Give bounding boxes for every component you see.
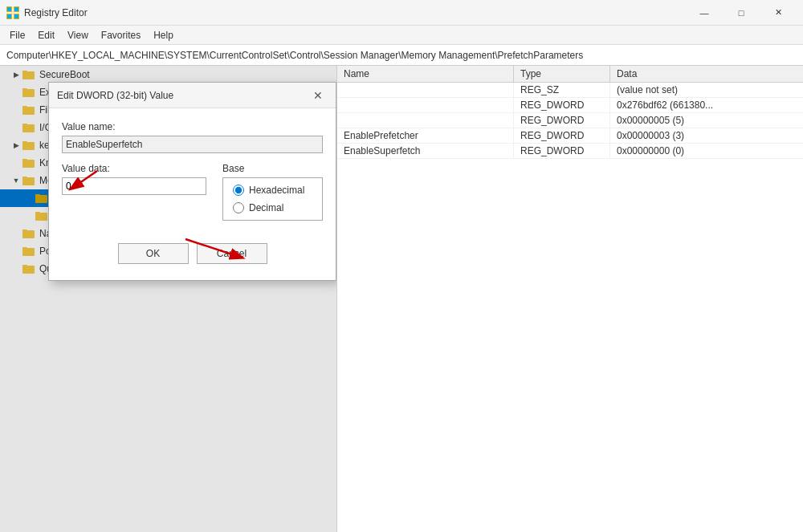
edit-dword-dialog: Edit DWORD (32-bit) Value ✕ Value name: … bbox=[48, 82, 336, 281]
radio-hexadecimal[interactable]: Hexadecimal bbox=[233, 185, 312, 196]
dialog-close-button[interactable]: ✕ bbox=[308, 86, 328, 105]
svg-rect-5 bbox=[14, 7, 18, 11]
base-label: Base bbox=[222, 163, 323, 174]
window-controls: — □ ✕ bbox=[686, 0, 797, 26]
address-path: Computer\HKEY_LOCAL_MACHINE\SYSTEM\Curre… bbox=[6, 50, 583, 61]
value-name-0 bbox=[337, 83, 514, 97]
value-row-3[interactable]: EnablePrefetcher REG_DWORD 0x00000003 (3… bbox=[337, 128, 803, 144]
base-col: Base Hexadecimal Decimal bbox=[222, 163, 323, 221]
radio-dec-input[interactable] bbox=[233, 202, 244, 213]
values-panel: Name Type Data REG_SZ (value not set) RE… bbox=[337, 66, 803, 532]
radio-dec-label: Decimal bbox=[249, 202, 283, 213]
menu-help[interactable]: Help bbox=[147, 26, 180, 44]
value-data-2: 0x00000005 (5) bbox=[610, 113, 803, 128]
menu-favorites[interactable]: Favorites bbox=[95, 26, 147, 44]
tree-panel: ▶ SecureBoot Executive FileRenameOperati… bbox=[0, 66, 337, 532]
close-button[interactable]: ✕ bbox=[760, 0, 797, 26]
ok-button[interactable]: OK bbox=[118, 243, 189, 264]
radio-hex-label: Hexadecimal bbox=[249, 185, 304, 196]
window-title: Registry Editor bbox=[24, 7, 88, 18]
main-content: ▶ SecureBoot Executive FileRenameOperati… bbox=[0, 66, 803, 532]
header-name: Name bbox=[337, 66, 514, 82]
title-bar: Registry Editor — □ ✕ bbox=[0, 0, 803, 26]
dialog-row: Value data: Base Hexadecimal bbox=[62, 163, 323, 221]
menu-file[interactable]: File bbox=[3, 26, 31, 44]
menu-view[interactable]: View bbox=[61, 26, 95, 44]
header-type: Type bbox=[514, 66, 610, 82]
value-data-input[interactable] bbox=[62, 177, 206, 195]
value-name-input[interactable] bbox=[62, 136, 323, 153]
radio-hex-input[interactable] bbox=[233, 185, 244, 196]
value-name-1 bbox=[337, 98, 514, 112]
value-data-label: Value data: bbox=[62, 163, 206, 174]
address-bar: Computer\HKEY_LOCAL_MACHINE\SYSTEM\Curre… bbox=[0, 45, 803, 66]
value-row-4[interactable]: EnableSuperfetch REG_DWORD 0x00000000 (0… bbox=[337, 144, 803, 159]
value-type-2: REG_DWORD bbox=[514, 113, 610, 128]
minimize-button[interactable]: — bbox=[686, 0, 723, 26]
value-data-3: 0x00000003 (3) bbox=[610, 128, 803, 143]
value-data-col: Value data: bbox=[62, 163, 206, 221]
value-type-4: REG_DWORD bbox=[514, 144, 610, 158]
dialog-overlay: Edit DWORD (32-bit) Value ✕ Value name: … bbox=[0, 66, 336, 532]
base-radio-group: Hexadecimal Decimal bbox=[222, 177, 323, 221]
value-row-1[interactable]: REG_DWORD 0x276bdf62 (661380... bbox=[337, 98, 803, 113]
dialog-title-bar: Edit DWORD (32-bit) Value ✕ bbox=[49, 83, 336, 108]
radio-decimal[interactable]: Decimal bbox=[233, 202, 312, 213]
svg-rect-4 bbox=[7, 7, 11, 11]
dialog-body: Value name: Value data: Base bbox=[49, 108, 336, 280]
value-data-1: 0x276bdf62 (661380... bbox=[610, 98, 803, 112]
cancel-button[interactable]: Cancel bbox=[197, 243, 267, 264]
value-row-2[interactable]: REG_DWORD 0x00000005 (5) bbox=[337, 113, 803, 128]
value-data-0: (value not set) bbox=[610, 83, 803, 97]
values-header: Name Type Data bbox=[337, 66, 803, 83]
value-type-3: REG_DWORD bbox=[514, 128, 610, 143]
header-data: Data bbox=[610, 66, 803, 82]
maximize-button[interactable]: □ bbox=[723, 0, 760, 26]
value-type-1: REG_DWORD bbox=[514, 98, 610, 112]
dialog-title: Edit DWORD (32-bit) Value bbox=[57, 90, 173, 101]
value-type-0: REG_SZ bbox=[514, 83, 610, 97]
svg-rect-6 bbox=[7, 14, 11, 18]
value-name-4: EnableSuperfetch bbox=[337, 144, 514, 158]
dialog-buttons: OK Cancel bbox=[62, 243, 323, 267]
value-name-3: EnablePrefetcher bbox=[337, 128, 514, 143]
value-data-4: 0x00000000 (0) bbox=[610, 144, 803, 158]
svg-rect-7 bbox=[14, 14, 18, 18]
value-row-0[interactable]: REG_SZ (value not set) bbox=[337, 83, 803, 98]
menu-bar: File Edit View Favorites Help bbox=[0, 26, 803, 45]
value-name-2 bbox=[337, 113, 514, 128]
app-icon bbox=[6, 6, 19, 19]
menu-edit[interactable]: Edit bbox=[31, 26, 61, 44]
value-name-label: Value name: bbox=[62, 121, 323, 132]
